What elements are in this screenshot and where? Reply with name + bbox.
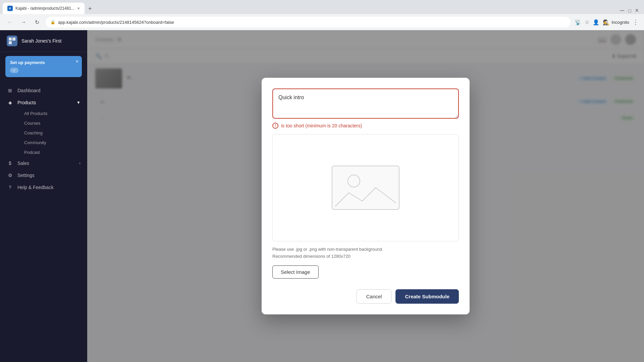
- bookmark-icon[interactable]: ☆: [585, 19, 589, 25]
- products-subnav: All Products Courses Coaching Community …: [0, 109, 87, 157]
- subnav-item-coaching[interactable]: Coaching: [17, 128, 87, 138]
- error-message-text: is too short (minimum is 20 characters): [281, 123, 362, 128]
- close-window-button[interactable]: ×: [635, 7, 639, 14]
- sidebar-nav: ⊞ Dashboard ◈ Products ▼ All Products Co…: [0, 81, 87, 362]
- sidebar-item-products[interactable]: ◈ Products ▼: [0, 97, 87, 109]
- modal-footer: Cancel Create Submodule: [272, 289, 459, 304]
- chevron-down-icon: ▼: [76, 100, 80, 105]
- tab-label: Kajabi - /admin/products/21481...: [15, 6, 74, 11]
- notification-badge: ✓: [10, 68, 18, 73]
- description-textarea[interactable]: Quick intro: [272, 88, 459, 119]
- svg-rect-3: [332, 166, 399, 209]
- back-button[interactable]: ←: [5, 17, 15, 27]
- main-area: Courses / S 📖 🔍 F... ⬇ Export All: [87, 30, 644, 362]
- sidebar-item-label-products: Products: [17, 100, 36, 105]
- cast-icon[interactable]: 📡: [575, 19, 581, 25]
- create-submodule-modal: Quick intro ! is too short (minimum is 2…: [262, 78, 470, 314]
- cancel-button[interactable]: Cancel: [357, 289, 392, 304]
- address-bar[interactable]: 🔒 app.kajabi.com/admin/products/21481456…: [46, 17, 571, 27]
- sidebar-brand: Sarah Jones's First: [0, 30, 87, 52]
- forward-button[interactable]: →: [19, 17, 28, 27]
- tab-close-button[interactable]: ×: [77, 6, 80, 11]
- svg-rect-2: [9, 41, 12, 44]
- brand-icon: [7, 36, 17, 46]
- sidebar: Sarah Jones's First × Set up payments ✓ …: [0, 30, 87, 362]
- notification-close-button[interactable]: ×: [76, 59, 78, 64]
- image-upload-area[interactable]: [272, 134, 459, 241]
- validation-error: ! is too short (minimum is 20 characters…: [272, 123, 459, 129]
- tab-favicon: K: [7, 6, 13, 11]
- sales-icon: $: [7, 161, 13, 166]
- maximize-button[interactable]: □: [628, 8, 631, 13]
- create-submodule-button[interactable]: Create Submodule: [395, 289, 459, 304]
- image-format-hint: Please use .jpg or .png with non-transpa…: [272, 247, 459, 252]
- browser-tabs: K Kajabi - /admin/products/21481... × + …: [0, 0, 644, 14]
- refresh-button[interactable]: ↻: [32, 17, 42, 27]
- browser-toolbar-icons: 📡 ☆ 👤 🕵 Incognito ⋮: [575, 18, 639, 26]
- subnav-item-podcast[interactable]: Podcast: [17, 147, 87, 157]
- sidebar-item-settings[interactable]: ⚙ Settings: [0, 169, 87, 181]
- new-tab-button[interactable]: +: [85, 3, 95, 14]
- sidebar-item-label-settings: Settings: [17, 173, 35, 178]
- refresh-icon: ↻: [35, 19, 39, 25]
- back-arrow-icon: ←: [7, 19, 13, 25]
- url-text: app.kajabi.com/admin/products/2148145624…: [58, 20, 174, 25]
- sales-chevron-icon: ›: [79, 161, 80, 166]
- svg-rect-1: [12, 38, 15, 41]
- page-content: Sarah Jones's First × Set up payments ✓ …: [0, 30, 644, 362]
- browser-controls: ← → ↻ 🔒 app.kajabi.com/admin/products/21…: [0, 14, 644, 30]
- products-icon: ◈: [7, 100, 13, 105]
- modal-overlay: Quick intro ! is too short (minimum is 2…: [87, 30, 644, 362]
- svg-rect-0: [9, 38, 12, 41]
- sidebar-item-help[interactable]: ? Help & Feedback: [0, 181, 87, 193]
- lock-icon: 🔒: [50, 20, 55, 24]
- image-placeholder-icon: [329, 163, 402, 213]
- brand-name: Sarah Jones's First: [21, 38, 61, 44]
- sidebar-item-sales[interactable]: $ Sales ›: [0, 157, 87, 169]
- sidebar-item-label-dashboard: Dashboard: [17, 88, 41, 93]
- error-icon: !: [272, 123, 278, 129]
- profile-icon[interactable]: 👤: [593, 19, 599, 25]
- sidebar-item-dashboard[interactable]: ⊞ Dashboard: [0, 84, 87, 97]
- image-dimensions-hint: Recommended dimensions of 1280x720: [272, 254, 459, 259]
- incognito-badge: 🕵 Incognito: [603, 19, 629, 25]
- setup-payments-notification: × Set up payments ✓: [5, 56, 82, 77]
- minimize-button[interactable]: ─: [620, 7, 624, 14]
- subnav-item-courses[interactable]: Courses: [17, 118, 87, 128]
- sidebar-item-label-help: Help & Feedback: [17, 185, 53, 190]
- select-image-button[interactable]: Select Image: [272, 265, 319, 279]
- settings-icon: ⚙: [7, 173, 13, 178]
- help-icon: ?: [7, 185, 13, 190]
- sidebar-item-label-sales: Sales: [17, 161, 29, 166]
- notification-title: Set up payments: [10, 60, 77, 65]
- dashboard-icon: ⊞: [7, 88, 13, 93]
- subnav-item-community[interactable]: Community: [17, 138, 87, 147]
- browser-chrome: K Kajabi - /admin/products/21481... × + …: [0, 0, 644, 30]
- forward-arrow-icon: →: [21, 19, 26, 25]
- subnav-item-all-products[interactable]: All Products: [17, 109, 87, 118]
- active-tab[interactable]: K Kajabi - /admin/products/21481... ×: [3, 3, 85, 14]
- incognito-icon: 🕵: [603, 19, 609, 25]
- more-menu-icon[interactable]: ⋮: [633, 18, 639, 26]
